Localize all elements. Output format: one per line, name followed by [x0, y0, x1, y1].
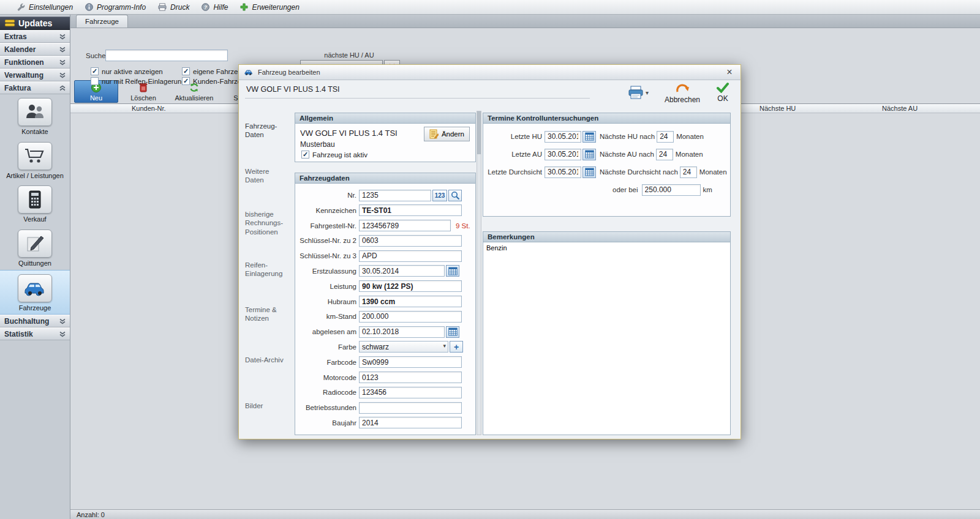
search-input[interactable] — [105, 50, 228, 61]
col-naechste-hu[interactable]: Nächste HU — [760, 105, 796, 112]
nav-bisherige-rechnungs-positionen[interactable]: bisherige Rechnungs-Positionen — [245, 210, 289, 236]
termine-row-hu: Letzte HU Nächste HU nach Monaten — [483, 130, 730, 143]
dialog-titlebar: Fahrzeug bearbeiten × — [239, 65, 741, 80]
leistung-input[interactable] — [359, 280, 462, 292]
edit-document-icon — [429, 129, 439, 139]
abbrechen-button[interactable]: Abbrechen — [665, 82, 700, 104]
col-naechste-au[interactable]: Nächste AU — [882, 105, 918, 112]
scrollbar-thumb[interactable] — [477, 111, 481, 154]
ok-button[interactable]: OK — [716, 82, 729, 103]
aendern-button[interactable]: Ändern — [424, 127, 470, 141]
sidebar-section-funktionen[interactable]: Funktionen — [0, 56, 70, 69]
sidebar-section-extras[interactable]: Extras — [0, 30, 70, 43]
nav-weitere-daten[interactable]: Weitere Daten — [245, 167, 289, 185]
dialog-scrollbar[interactable] — [477, 111, 481, 435]
farbcode-input[interactable] — [359, 356, 462, 368]
menu-item-label: Erweiterungen — [252, 3, 299, 12]
radiocode-input[interactable] — [359, 387, 462, 398]
menu-item-hilfe[interactable]: ? Hilfe — [202, 3, 228, 12]
menu-item-druck[interactable]: Druck — [158, 3, 189, 12]
calendar-button[interactable] — [582, 166, 596, 178]
menu-item-programm-info[interactable]: Programm-Info — [85, 3, 146, 12]
calendar-icon — [585, 132, 594, 141]
sidebar-item-artikel-leistungen[interactable]: Artikel / Leistungen — [0, 138, 70, 182]
chevron-down-icon: ▾ — [646, 89, 649, 96]
chevron-down-icon — [59, 47, 66, 53]
schluessel2-input[interactable] — [359, 235, 462, 247]
lookup-button[interactable] — [448, 190, 462, 201]
close-icon[interactable]: × — [723, 67, 736, 77]
field-row-baujahr: Baujahr — [295, 417, 475, 429]
nav-fahrzeug-daten[interactable]: Fahrzeug-Daten — [245, 122, 289, 140]
betriebsstunden-input[interactable] — [359, 402, 462, 414]
filter-reifen-einlagerung[interactable]: nur mit Reifen-Einlagerung — [91, 77, 186, 85]
farbe-select[interactable]: schwarz — [359, 341, 448, 353]
group-title: Bemerkungen — [483, 232, 730, 242]
menubar: Einstellungen Programm-Info Druck ? Hilf… — [0, 0, 980, 15]
tab-fahrzeuge[interactable]: Fahrzeuge — [76, 15, 128, 28]
schluessel3-input[interactable] — [359, 250, 462, 262]
menu-item-erweiterungen[interactable]: Erweiterungen — [240, 3, 299, 12]
menu-item-einstellungen[interactable]: Einstellungen — [17, 3, 73, 12]
baujahr-input[interactable] — [359, 417, 462, 428]
vehicle-line2: Musterbau — [300, 140, 335, 149]
calendar-icon — [585, 168, 594, 176]
letzte-durchsicht-input[interactable] — [545, 166, 581, 178]
field-row-kennzeichen: Kennzeichen — [295, 204, 475, 217]
letzte-au-input[interactable] — [545, 149, 581, 160]
sidebar: Updates Extras Kalender Funktionen Verwa… — [0, 15, 70, 519]
nav-bilder[interactable]: Bilder — [245, 401, 289, 410]
updates-banner[interactable]: Updates — [0, 17, 70, 30]
col-kunden-nr[interactable]: Kunden-Nr. — [132, 105, 166, 112]
naechste-hu-monate-input[interactable] — [657, 131, 674, 143]
print-button[interactable]: ▾ — [628, 86, 649, 99]
abgelesen-am-input[interactable] — [359, 326, 445, 338]
checkbox — [91, 67, 99, 75]
group-allgemein: Allgemein VW GOLF VI PLUS 1.4 TSI Muster… — [295, 113, 476, 162]
sidebar-item-kontakte[interactable]: Kontakte — [0, 94, 70, 138]
hubraum-input[interactable] — [359, 296, 462, 307]
field-row-abgelesen: abgelesen am — [295, 326, 475, 338]
letzte-hu-input[interactable] — [545, 131, 581, 143]
km-stand-input[interactable] — [359, 311, 462, 323]
motorcode-input[interactable] — [359, 372, 462, 383]
nav-datei-archiv[interactable]: Datei-Archiv — [245, 356, 289, 364]
calendar-icon — [448, 327, 458, 336]
group-termine: Termine Kontrolluntersuchungen Letzte HU… — [483, 113, 731, 217]
kennzeichen-input[interactable] — [359, 204, 462, 216]
calendar-button[interactable] — [446, 265, 459, 277]
naechste-durchsicht-monate-input[interactable] — [680, 166, 697, 178]
sidebar-section-statistik[interactable]: Statistik — [0, 327, 70, 340]
nr-input[interactable] — [359, 190, 431, 201]
calendar-button[interactable] — [446, 326, 459, 338]
nav-reifen-einlagerung[interactable]: Reifen-Einlagerung — [245, 261, 289, 278]
calendar-button[interactable] — [582, 131, 596, 143]
sidebar-section-kalender[interactable]: Kalender — [0, 43, 70, 56]
bemerkungen-textarea[interactable]: Benzin — [483, 242, 730, 435]
plus-icon — [240, 3, 248, 11]
oder-bei-km-input[interactable] — [642, 184, 701, 196]
calendar-button[interactable] — [582, 149, 596, 160]
sidebar-item-fahrzeuge[interactable]: Fahrzeuge — [0, 270, 70, 315]
nav-termine-notizen[interactable]: Termine & Notizen — [245, 305, 289, 323]
sidebar-section-verwaltung[interactable]: Verwaltung — [0, 69, 70, 81]
sidebar-item-quittungen[interactable]: Quittungen — [0, 226, 70, 270]
chevron-up-icon — [59, 85, 66, 91]
sidebar-section-buchhaltung[interactable]: Buchhaltung — [0, 315, 70, 327]
add-color-button[interactable]: + — [450, 341, 463, 353]
help-icon: ? — [202, 3, 209, 11]
filter-nur-aktive[interactable]: nur aktive anzeigen — [91, 67, 163, 75]
number-123-button[interactable]: 123 — [432, 190, 447, 201]
field-row-farbcode: Farbcode — [295, 356, 475, 368]
printer-icon — [628, 86, 644, 99]
sidebar-section-faktura[interactable]: Faktura — [0, 81, 70, 94]
sidebar-item-verkauf[interactable]: Verkauf — [0, 182, 70, 226]
group-title: Fahrzeugdaten — [295, 173, 475, 184]
group-bemerkungen: Bemerkungen Benzin — [483, 231, 731, 435]
fahrgestell-input[interactable] — [359, 220, 451, 231]
magnifier-icon — [451, 191, 460, 200]
erstzulassung-input[interactable] — [359, 265, 445, 277]
field-row-schluessel3: Schlüssel-Nr. zu 3 — [295, 250, 475, 262]
naechste-au-monate-input[interactable] — [656, 149, 673, 160]
fahrzeug-aktiv-checkbox[interactable]: Fahrzeug ist aktiv — [301, 151, 368, 159]
